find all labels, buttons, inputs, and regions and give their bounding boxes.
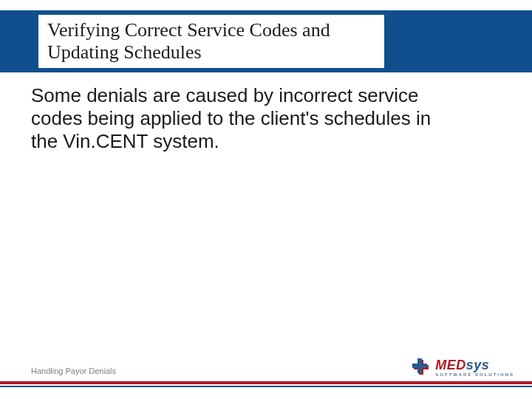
logo-part-sys: sys xyxy=(466,358,490,372)
footer-rule xyxy=(0,381,532,384)
title-box: Verifying Correct Service Codes and Upda… xyxy=(30,15,384,68)
logo-cross-icon xyxy=(412,358,431,377)
svg-marker-1 xyxy=(412,358,427,373)
body-paragraph: Some denials are caused by incorrect ser… xyxy=(31,84,445,154)
slide-title: Verifying Correct Service Codes and Upda… xyxy=(47,19,377,64)
logo-name: MEDsys xyxy=(435,358,514,372)
brand-logo: MEDsys SOFTWARE SOLUTIONS xyxy=(412,358,514,377)
logo-text: MEDsys SOFTWARE SOLUTIONS xyxy=(435,358,514,377)
footer-label: Handling Payor Denials xyxy=(31,366,116,375)
logo-part-med: MED xyxy=(435,358,466,372)
logo-tagline: SOFTWARE SOLUTIONS xyxy=(435,372,514,377)
